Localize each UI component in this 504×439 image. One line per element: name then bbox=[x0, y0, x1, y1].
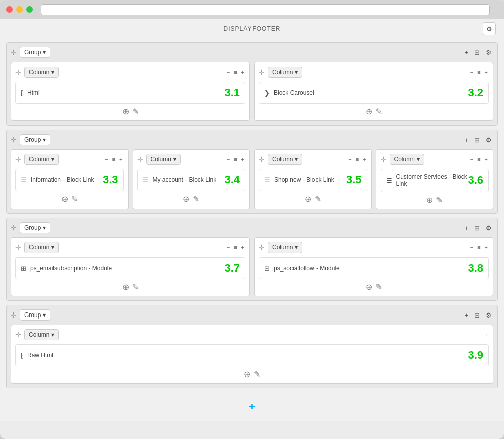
col8-plus[interactable]: + bbox=[484, 243, 489, 252]
col9-footer-plus[interactable]: ⊕ bbox=[244, 369, 250, 379]
col4-drag[interactable]: ✛ bbox=[137, 155, 143, 163]
col4-footer-pencil[interactable]: ✎ bbox=[193, 194, 199, 204]
group-4-grid-icon[interactable]: ⊞ bbox=[473, 310, 481, 320]
col5-plus[interactable]: + bbox=[362, 155, 367, 163]
col1-footer-pencil[interactable]: ✎ bbox=[132, 107, 139, 116]
col2-footer-plus[interactable]: ⊕ bbox=[366, 107, 372, 116]
col8-footer-plus[interactable]: ⊕ bbox=[366, 282, 372, 292]
maximize-button[interactable] bbox=[26, 6, 33, 13]
group-2-drag-handle[interactable]: ✛ bbox=[11, 136, 17, 144]
col3-footer-plus[interactable]: ⊕ bbox=[61, 194, 68, 204]
group-1-settings-icon[interactable]: ⚙ bbox=[484, 48, 493, 57]
col9-list[interactable]: ≡ bbox=[476, 331, 481, 339]
group-3-settings-icon[interactable]: ⚙ bbox=[484, 223, 493, 233]
col6-plus[interactable]: + bbox=[484, 155, 489, 163]
col8-footer-pencil[interactable]: ✎ bbox=[375, 282, 382, 292]
col4-plus[interactable]: + bbox=[240, 155, 245, 163]
col5-drag[interactable]: ✛ bbox=[259, 155, 265, 163]
close-button[interactable] bbox=[6, 6, 13, 13]
group-1-drag-handle[interactable]: ✛ bbox=[11, 48, 17, 56]
col2-footer-pencil[interactable]: ✎ bbox=[375, 107, 382, 116]
col5-header-left: ✛ Column ▾ bbox=[259, 154, 302, 165]
col3-minus[interactable]: − bbox=[104, 155, 109, 163]
group-2-button[interactable]: Group ▾ bbox=[20, 134, 50, 145]
col8-minus[interactable]: − bbox=[469, 243, 474, 252]
col7-plus[interactable]: + bbox=[240, 243, 245, 252]
col1-minus-icon[interactable]: − bbox=[226, 68, 231, 76]
col3-footer-pencil[interactable]: ✎ bbox=[71, 194, 78, 204]
col5-button[interactable]: Column ▾ bbox=[268, 154, 302, 165]
col8-button[interactable]: Column ▾ bbox=[268, 242, 302, 253]
group-3-button[interactable]: Group ▾ bbox=[20, 222, 50, 233]
add-group-button[interactable]: + bbox=[249, 400, 256, 413]
col7-drag[interactable]: ✛ bbox=[15, 243, 21, 252]
col6-drag[interactable]: ✛ bbox=[381, 155, 387, 163]
col3-list[interactable]: ≡ bbox=[111, 155, 116, 163]
group-4-settings-icon[interactable]: ⚙ bbox=[484, 310, 493, 320]
col5-footer-pencil[interactable]: ✎ bbox=[314, 194, 321, 204]
group-1-button[interactable]: Group ▾ bbox=[20, 47, 50, 58]
address-bar[interactable] bbox=[41, 4, 490, 15]
col7-minus[interactable]: − bbox=[226, 243, 231, 252]
group-3-grid-icon[interactable]: ⊞ bbox=[473, 223, 481, 233]
column-5-header: ✛ Column ▾ − ≡ + bbox=[259, 154, 367, 165]
col4-minus[interactable]: − bbox=[226, 155, 231, 163]
col1-footer-plus[interactable]: ⊕ bbox=[122, 107, 129, 116]
col7-footer-pencil[interactable]: ✎ bbox=[132, 282, 139, 292]
minimize-button[interactable] bbox=[16, 6, 23, 13]
col6-minus[interactable]: − bbox=[469, 155, 474, 163]
col6-list[interactable]: ≡ bbox=[476, 155, 481, 163]
col7-list[interactable]: ≡ bbox=[233, 243, 238, 252]
col8-drag[interactable]: ✛ bbox=[259, 243, 265, 252]
col1-button[interactable]: Column ▾ bbox=[24, 67, 59, 78]
col9-footer-pencil[interactable]: ✎ bbox=[254, 369, 260, 379]
col1-list-icon[interactable]: ≡ bbox=[233, 68, 238, 76]
col3-button[interactable]: Column ▾ bbox=[24, 154, 59, 165]
col7-footer-plus[interactable]: ⊕ bbox=[122, 282, 129, 292]
group-3-label: Group bbox=[24, 224, 41, 231]
col6-button[interactable]: Column ▾ bbox=[390, 154, 424, 165]
col4-footer-plus[interactable]: ⊕ bbox=[183, 194, 190, 204]
page-title: DISPLAYFOOTER bbox=[224, 25, 281, 32]
group-1-add-icon[interactable]: + bbox=[463, 48, 470, 57]
group-2-add-icon[interactable]: + bbox=[463, 135, 470, 145]
block-38-label: ps_socialfollow - Module bbox=[274, 265, 340, 272]
app-window: DISPLAYFOOTER ⚙ ✛ Group ▾ + ⊞ ⚙ bbox=[0, 0, 504, 439]
group-4-button[interactable]: Group ▾ bbox=[20, 309, 50, 321]
col3-drag[interactable]: ✛ bbox=[15, 155, 21, 163]
col6-label: Column bbox=[394, 156, 415, 163]
group-2-grid-icon[interactable]: ⊞ bbox=[473, 135, 481, 145]
col5-minus[interactable]: − bbox=[347, 155, 352, 163]
col9-plus[interactable]: + bbox=[484, 331, 489, 339]
group-4-drag-handle[interactable]: ✛ bbox=[11, 311, 17, 319]
col1-drag[interactable]: ✛ bbox=[15, 68, 21, 76]
col1-plus-icon[interactable]: + bbox=[240, 68, 245, 76]
col4-list[interactable]: ≡ bbox=[233, 155, 238, 163]
col6-footer-plus[interactable]: ⊕ bbox=[426, 195, 433, 205]
group-4-add-icon[interactable]: + bbox=[463, 310, 470, 320]
group-3-add-icon[interactable]: + bbox=[463, 223, 470, 233]
col5-list[interactable]: ≡ bbox=[355, 155, 360, 163]
group-1-grid-icon[interactable]: ⊞ bbox=[473, 48, 481, 57]
col9-drag[interactable]: ✛ bbox=[15, 331, 21, 339]
group-2-settings-icon[interactable]: ⚙ bbox=[484, 135, 493, 145]
col8-list[interactable]: ≡ bbox=[476, 243, 481, 252]
group-4-header-right: + ⊞ ⚙ bbox=[463, 310, 493, 320]
block-33-number: 3.3 bbox=[103, 173, 118, 186]
col2-minus-icon[interactable]: − bbox=[469, 68, 474, 76]
group-3-drag-handle[interactable]: ✛ bbox=[11, 224, 17, 232]
settings-button[interactable]: ⚙ bbox=[483, 22, 496, 35]
col3-plus[interactable]: + bbox=[118, 155, 123, 163]
col6-footer-pencil[interactable]: ✎ bbox=[436, 195, 443, 205]
block-38: ⊞ ps_socialfollow - Module 3.8 bbox=[259, 257, 489, 279]
col7-button[interactable]: Column ▾ bbox=[24, 242, 59, 253]
col4-button[interactable]: Column ▾ bbox=[146, 154, 181, 165]
col2-list-icon[interactable]: ≡ bbox=[476, 68, 481, 76]
col9-minus[interactable]: − bbox=[469, 331, 474, 339]
block-39-label: Raw Html bbox=[27, 352, 53, 359]
col2-drag[interactable]: ✛ bbox=[259, 68, 265, 76]
col5-footer-plus[interactable]: ⊕ bbox=[305, 194, 311, 204]
col2-button[interactable]: Column ▾ bbox=[268, 67, 302, 78]
col9-button[interactable]: Column ▾ bbox=[24, 329, 59, 340]
col2-plus-icon[interactable]: + bbox=[484, 68, 489, 76]
